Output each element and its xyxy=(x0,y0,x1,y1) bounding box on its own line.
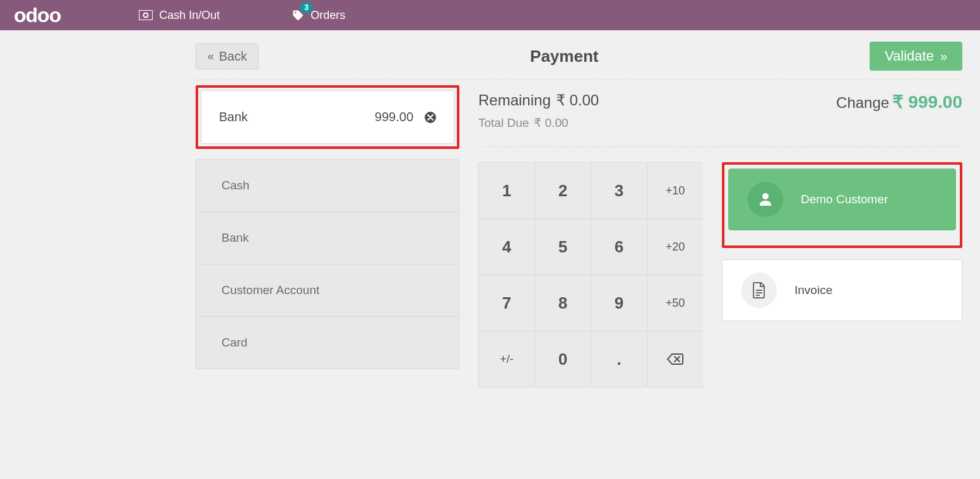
numpad-key-plus20[interactable]: +20 xyxy=(647,219,703,275)
payment-method-list: Cash Bank Customer Account Card xyxy=(196,159,459,369)
numpad-key-3[interactable]: 3 xyxy=(591,163,647,218)
left-column: Bank 999.00 Cash Bank Customer Account C… xyxy=(196,80,459,387)
customer-button[interactable]: Demo Customer xyxy=(728,169,956,230)
payment-method-cash[interactable]: Cash xyxy=(196,160,459,212)
highlight-customer: Demo Customer xyxy=(722,162,962,248)
numpad-key-dot[interactable]: . xyxy=(591,331,647,387)
cash-icon xyxy=(139,10,153,20)
lower-flex: 1 2 3 +10 4 5 6 +20 7 8 9 +50 +/- 0 . xyxy=(478,162,962,387)
total-due-label: Total Due xyxy=(478,116,529,130)
svg-point-1 xyxy=(144,13,148,18)
numpad: 1 2 3 +10 4 5 6 +20 7 8 9 +50 +/- 0 . xyxy=(478,162,703,387)
svg-rect-0 xyxy=(139,10,153,20)
validate-button[interactable]: Validate » xyxy=(870,42,962,71)
payment-line[interactable]: Bank 999.00 xyxy=(201,90,454,144)
numpad-key-plus50[interactable]: +50 xyxy=(647,275,703,331)
brand-text: odoo xyxy=(14,4,61,27)
invoice-icon-circle xyxy=(741,273,777,308)
summary-left: Remaining ₹ 0.00 Total Due ₹ 0.00 xyxy=(478,92,811,136)
numpad-key-9[interactable]: 9 xyxy=(591,275,647,331)
invoice-button[interactable]: Invoice xyxy=(722,259,962,321)
close-icon xyxy=(427,114,434,121)
payment-line-amount-group: 999.00 xyxy=(375,110,436,124)
back-label: Back xyxy=(219,49,247,64)
numpad-key-1[interactable]: 1 xyxy=(479,163,534,218)
numpad-key-2[interactable]: 2 xyxy=(535,163,591,218)
page-title: Payment xyxy=(259,47,870,66)
numpad-key-0[interactable]: 0 xyxy=(535,331,591,387)
numpad-key-plus10[interactable]: +10 xyxy=(647,163,703,218)
change-value: ₹ 999.00 xyxy=(892,92,962,112)
numpad-key-7[interactable]: 7 xyxy=(479,275,534,331)
change-row: Change ₹ 999.00 xyxy=(836,92,962,136)
customer-label: Demo Customer xyxy=(801,192,888,206)
numpad-key-sign[interactable]: +/- xyxy=(479,331,534,387)
main-grid: Bank 999.00 Cash Bank Customer Account C… xyxy=(196,80,962,387)
file-icon xyxy=(752,282,766,299)
payment-method-customer-account[interactable]: Customer Account xyxy=(196,264,459,317)
customer-icon-circle xyxy=(748,182,783,217)
summary-row: Remaining ₹ 0.00 Total Due ₹ 0.00 Change… xyxy=(478,86,962,147)
user-icon xyxy=(758,192,773,207)
invoice-label: Invoice xyxy=(794,283,832,297)
backspace-icon xyxy=(666,353,684,365)
total-due-row: Total Due ₹ 0.00 xyxy=(478,115,811,130)
chevron-right-icon: » xyxy=(940,49,947,64)
numpad-key-8[interactable]: 8 xyxy=(535,275,591,331)
header-row: « Back Payment Validate » xyxy=(196,42,962,71)
center-column: Remaining ₹ 0.00 Total Due ₹ 0.00 Change… xyxy=(478,80,962,387)
cash-in-out-label: Cash In/Out xyxy=(159,9,220,22)
orders-button[interactable]: 3 Orders xyxy=(278,0,359,30)
orders-badge: 3 xyxy=(300,3,312,13)
payment-line-amount: 999.00 xyxy=(375,110,413,124)
cash-in-out-button[interactable]: Cash In/Out xyxy=(125,0,233,30)
numpad-key-6[interactable]: 6 xyxy=(591,219,647,275)
payment-method-bank[interactable]: Bank xyxy=(196,212,459,264)
topbar: odoo Cash In/Out 3 Orders xyxy=(0,0,980,30)
payment-line-method: Bank xyxy=(219,110,248,124)
remaining-row: Remaining ₹ 0.00 xyxy=(478,92,811,109)
numpad-key-backspace[interactable] xyxy=(647,331,703,387)
highlight-payment-line: Bank 999.00 xyxy=(196,85,459,149)
numpad-key-5[interactable]: 5 xyxy=(535,219,591,275)
change-label: Change xyxy=(836,94,889,111)
orders-label: Orders xyxy=(310,9,345,22)
total-due-value: ₹ 0.00 xyxy=(534,115,568,130)
back-button[interactable]: « Back xyxy=(196,44,259,69)
numpad-key-4[interactable]: 4 xyxy=(479,219,534,275)
remaining-label: Remaining xyxy=(478,92,551,109)
validate-label: Validate xyxy=(885,48,934,64)
remaining-value: ₹ 0.00 xyxy=(556,92,599,109)
payment-method-card[interactable]: Card xyxy=(196,317,459,369)
delete-payment-line-button[interactable] xyxy=(425,112,436,123)
right-actions: Demo Customer Invoice xyxy=(722,162,962,333)
payment-screen: « Back Payment Validate » Bank 999.00 xyxy=(0,30,980,413)
chevron-left-icon: « xyxy=(208,50,214,63)
brand-logo[interactable]: odoo xyxy=(0,4,74,27)
